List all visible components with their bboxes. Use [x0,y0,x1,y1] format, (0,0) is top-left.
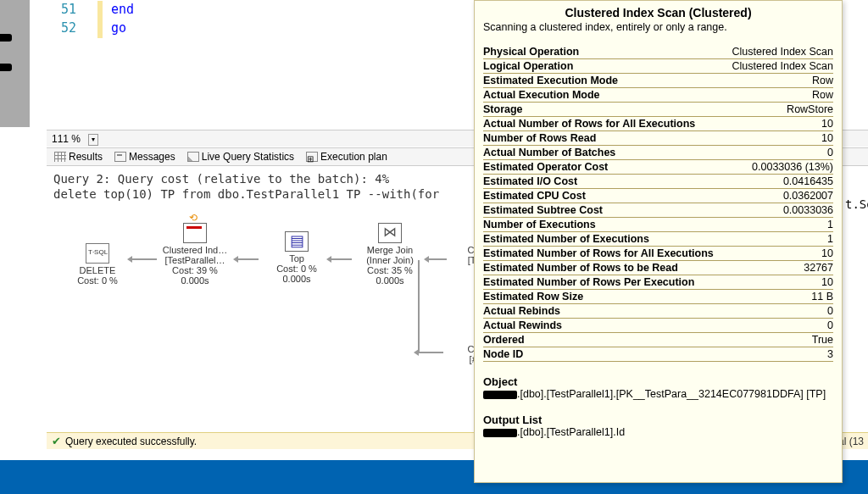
tooltip-row: Estimated Row Size11 B [483,290,833,304]
tooltip-row: Actual Rebinds0 [483,304,833,319]
execution-plan-icon [306,152,318,162]
tooltip-row: Actual Number of Rows for All Executions… [483,117,833,131]
node-subtitle: [TestParallel… [148,255,242,265]
node-time: 0.000s [343,275,437,286]
tooltip-value: Row [728,88,833,103]
tab-label: Results [69,151,103,163]
live-stats-icon [187,152,199,162]
change-marker [97,1,103,19]
messages-icon [114,152,126,162]
tooltip-key: Estimated Execution Mode [483,74,728,88]
tooltip-key: Logical Operation [483,59,728,74]
tooltip-object-label: Object [483,375,833,388]
tooltip-key: Actual Execution Mode [483,88,728,103]
tooltip-value: 10 [728,131,833,146]
tooltip-key: Actual Number of Rows for All Executions [483,117,728,131]
tab-results[interactable]: Results [50,151,107,163]
node-cost: Cost: 0 % [250,264,343,274]
tooltip-key: Estimated Operator Cost [483,160,728,175]
tooltip-key: Storage [483,103,728,117]
clustered-scan-icon: ⟲ [183,223,207,243]
tooltip-key: Estimated CPU Cost [483,189,728,203]
tooltip-row: Number of Rows Read10 [483,131,833,146]
code-line[interactable]: 51end [47,0,470,19]
change-marker [97,19,103,38]
zoom-dropdown[interactable]: ▾ [88,134,98,146]
tooltip-key: Ordered [483,333,728,347]
node-cost: Cost: 39 % [148,265,242,275]
tooltip-row: Actual Rewinds0 [483,319,833,333]
tooltip-value: 32767 [728,261,833,275]
tooltip-row: OrderedTrue [483,333,833,347]
tab-live-query-stats[interactable]: Live Query Statistics [183,151,298,163]
node-time: 0.000s [148,275,242,286]
tooltip-key: Number of Executions [483,218,728,232]
tooltip-key: Number of Rows Read [483,131,728,146]
tooltip-key: Estimated Number of Rows for All Executi… [483,247,728,261]
tooltip-key: Actual Rewinds [483,319,728,333]
tooltip-value: 0.0033036 (13%) [728,160,833,175]
tooltip-key: Actual Rebinds [483,304,728,319]
node-title: Clustered Ind… [148,245,242,255]
tooltip-row: Actual Execution ModeRow [483,88,833,103]
tooltip-output-value: .[dbo].[TestParallel1].Id [483,426,833,438]
tooltip-key: Node ID [483,347,728,362]
tooltip-row: Estimated Number of Rows for All Executi… [483,247,833,261]
clipped-text: t.Se [845,197,868,211]
tooltip-value: Row [728,74,833,88]
tooltip-key: Estimated Number of Rows Per Execution [483,275,728,290]
tooltip-value: True [728,333,833,347]
tooltip-output-label: Output List [483,414,833,426]
node-time: 0.000s [250,274,343,284]
plan-node-merge-join[interactable]: Merge Join (Inner Join) Cost: 35 % 0.000… [343,223,437,286]
tooltip-description: Scanning a clustered index, entirely or … [483,21,833,33]
redacted-mark [483,429,517,437]
tab-label: Execution plan [320,151,387,163]
tooltip-value: Clustered Index Scan [728,45,833,59]
tooltip-row: Number of Executions1 [483,218,833,232]
tooltip-row: Estimated Number of Rows Per Execution10 [483,275,833,290]
top-icon [285,231,309,252]
operator-tooltip: Clustered Index Scan (Clustered) Scannin… [474,0,843,483]
tooltip-row: Estimated I/O Cost0.0416435 [483,175,833,189]
tooltip-value: 10 [728,247,833,261]
zoom-value: 111 % [47,130,86,147]
tooltip-row: Estimated Subtree Cost0.0033036 [483,203,833,218]
tab-execution-plan[interactable]: Execution plan [302,151,392,163]
tooltip-value: 10 [728,117,833,131]
redacted-mark [0,34,12,42]
tooltip-value: 0 [728,304,833,319]
tooltip-value: 0.0416435 [728,175,833,189]
tooltip-row: Estimated CPU Cost0.0362007 [483,189,833,203]
tooltip-value: RowStore [728,103,833,117]
tab-label: Live Query Statistics [202,151,294,163]
tooltip-row: Node ID3 [483,347,833,362]
tooltip-row: Estimated Number of Executions1 [483,232,833,247]
plan-arrow [418,352,443,353]
line-number: 51 [47,0,76,19]
tooltip-value: 11 B [728,290,833,304]
node-cost: Cost: 35 % [343,265,437,275]
tooltip-value: 0.0362007 [728,189,833,203]
tooltip-value: Clustered Index Scan [728,59,833,74]
tooltip-value: 3 [728,347,833,362]
tooltip-object-value: .[dbo].[TestParallel1].[PK__TestPara__32… [483,388,833,400]
redacted-mark [483,391,517,399]
tooltip-row: Physical OperationClustered Index Scan [483,45,833,59]
tooltip-key: Physical Operation [483,45,728,59]
tooltip-key: Estimated I/O Cost [483,175,728,189]
tsql-icon [86,243,109,264]
warning-icon: ⟲ [189,212,198,224]
node-cost: Cost: 0 % [51,275,144,286]
tooltip-key: Estimated Number of Rows to be Read [483,261,728,275]
tooltip-row: StorageRowStore [483,103,833,117]
merge-join-icon [378,223,402,243]
node-title: Merge Join [343,245,437,255]
tab-messages[interactable]: Messages [110,151,180,163]
tooltip-value: 0.0033036 [728,203,833,218]
success-icon: ✔ [52,435,61,447]
plan-node-delete[interactable]: DELETE Cost: 0 % [51,243,144,286]
code-line[interactable]: 52go [47,19,470,37]
tooltip-title: Clustered Index Scan (Clustered) [483,6,833,19]
plan-node-clustered-index-scan[interactable]: ⟲ Clustered Ind… [TestParallel… Cost: 39… [148,223,242,286]
